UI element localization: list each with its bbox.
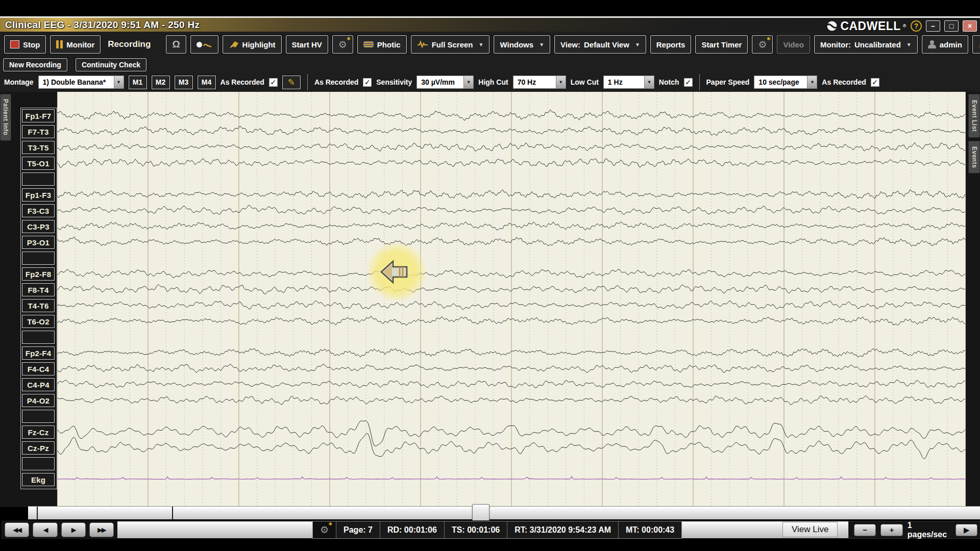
- new-recording-button[interactable]: New Recording: [3, 58, 67, 71]
- gear-icon: ⚙: [320, 525, 329, 535]
- windows-button[interactable]: Windows ▼: [494, 35, 550, 54]
- high-cut-value: 70 Hz: [513, 76, 541, 88]
- as-recorded-montage-checkbox[interactable]: ✓: [269, 78, 278, 87]
- montage-m1-button[interactable]: M1: [129, 76, 147, 89]
- status-settings-button[interactable]: ⚙: [313, 521, 336, 538]
- channel-label-f3-c3[interactable]: F3-C3: [22, 204, 55, 217]
- maximize-button[interactable]: □: [944, 20, 959, 32]
- next-page-button[interactable]: ▶: [61, 522, 86, 537]
- full-screen-button[interactable]: Full Screen ▼: [411, 35, 490, 54]
- eeg-display-area: Patient Info Fp1-F7F7-T3T3-T5T5-O1Fp1-F3…: [0, 92, 980, 507]
- channel-label-t5-o1[interactable]: T5-O1: [22, 157, 55, 170]
- previous-page-button[interactable]: ◀: [33, 522, 57, 537]
- stop-icon: [10, 40, 19, 48]
- channel-label-cz-pz[interactable]: Cz-Pz: [22, 441, 55, 455]
- montage-m4-button[interactable]: M4: [198, 76, 216, 89]
- start-hv-button[interactable]: Start HV: [286, 35, 328, 54]
- channel-label-t6-o2[interactable]: T6-O2: [22, 315, 55, 328]
- channel-label-c3-p3[interactable]: C3-P3: [22, 220, 55, 233]
- event-marker-button[interactable]: [190, 35, 218, 54]
- channel-label-fz-cz[interactable]: Fz-Cz: [22, 425, 55, 439]
- channel-label-blank[interactable]: [22, 172, 55, 186]
- channel-label-p4-o2[interactable]: P4-O2: [22, 394, 55, 407]
- events-tab[interactable]: Events: [968, 141, 980, 173]
- montage-m2-button[interactable]: M2: [152, 76, 170, 89]
- event-marker-icon: [197, 41, 212, 48]
- gear-icon: ⚙: [338, 40, 347, 49]
- continuity-check-button[interactable]: Continuity Check: [76, 58, 146, 71]
- user-button[interactable]: admin: [922, 35, 968, 54]
- channel-label-f7-t3[interactable]: F7-T3: [22, 125, 55, 138]
- impedance-omega-icon: Ω: [172, 39, 180, 50]
- video-button: Video: [777, 35, 810, 54]
- channel-label-f8-t4[interactable]: F8-T4: [22, 283, 55, 296]
- paper-speed-label: Paper Speed: [706, 78, 750, 86]
- monitor-mode-selector[interactable]: Monitor: Uncalibrated ▼: [814, 35, 918, 54]
- chevron-down-icon: ▼: [635, 42, 640, 47]
- as-recorded-montage-label: As Recorded: [220, 78, 264, 86]
- as-recorded-speed-label: As Recorded: [822, 78, 866, 86]
- channel-label-c4-p4[interactable]: C4-P4: [22, 378, 55, 391]
- event-list-tab[interactable]: Event List: [968, 94, 980, 138]
- sensitivity-select[interactable]: 30 µV/mm ▼: [416, 76, 474, 89]
- hv-settings-button[interactable]: ⚙: [332, 35, 353, 54]
- as-recorded-speed-checkbox[interactable]: ✓: [871, 78, 879, 87]
- last-page-button[interactable]: ▶▶: [89, 522, 114, 537]
- channel-label-fp2-f8[interactable]: Fp2-F8: [22, 267, 55, 281]
- montage-m3-button[interactable]: M3: [175, 76, 193, 89]
- speed-increase-button[interactable]: +: [880, 524, 902, 536]
- help-button[interactable]: ?: [911, 20, 922, 32]
- channel-label-t3-t5[interactable]: T3-T5: [22, 141, 55, 154]
- montage-edit-button[interactable]: ✎: [282, 76, 301, 89]
- highlight-button[interactable]: Highlight: [223, 35, 282, 54]
- impedance-button[interactable]: Ω: [166, 35, 186, 54]
- patient-info-tab[interactable]: Patient Info: [0, 94, 11, 141]
- channel-label-fp1-f7[interactable]: Fp1-F7: [22, 109, 55, 122]
- chevron-down-icon: ▼: [114, 76, 124, 88]
- play-button[interactable]: ▶: [955, 524, 977, 536]
- notch-checkbox[interactable]: ✓: [684, 78, 693, 87]
- channel-label-t4-t6[interactable]: T4-T6: [22, 299, 55, 312]
- highlighter-icon: [229, 40, 239, 48]
- reports-button[interactable]: Reports: [650, 35, 692, 54]
- montage-value: 1) Double Banana*: [39, 76, 110, 88]
- channel-label-blank[interactable]: [22, 457, 55, 470]
- montage-select[interactable]: 1) Double Banana* ▼: [38, 76, 124, 89]
- channel-label-blank[interactable]: [22, 252, 55, 265]
- channel-label-p3-o1[interactable]: P3-O1: [22, 236, 55, 249]
- start-timer-button[interactable]: Start Timer: [695, 35, 748, 54]
- close-button[interactable]: ×: [963, 20, 977, 32]
- sensitivity-value: 30 µV/mm: [417, 76, 459, 88]
- as-recorded-filters-checkbox[interactable]: ✓: [363, 78, 372, 87]
- timeline-slider-handle[interactable]: [472, 504, 489, 521]
- lock-button[interactable]: [972, 35, 980, 54]
- stop-button[interactable]: Stop: [4, 35, 46, 54]
- channel-label-blank[interactable]: [22, 410, 55, 423]
- reports-label: Reports: [656, 40, 685, 49]
- minimize-button[interactable]: –: [926, 20, 940, 32]
- registered-mark: ®: [903, 23, 906, 29]
- view-live-button[interactable]: View Live: [782, 522, 838, 537]
- monitor-label: Monitor: [66, 40, 94, 49]
- photic-button[interactable]: Photic: [357, 35, 407, 54]
- high-cut-select[interactable]: 70 Hz ▼: [513, 76, 566, 89]
- timeline-scrollbar[interactable]: [28, 506, 980, 519]
- paper-speed-value: 10 sec/page: [754, 76, 803, 88]
- channel-label-fp1-f3[interactable]: Fp1-F3: [22, 188, 55, 202]
- channel-label-f4-c4[interactable]: F4-C4: [22, 362, 55, 375]
- low-cut-select[interactable]: 1 Hz ▼: [603, 76, 654, 89]
- eeg-paper[interactable]: [57, 92, 966, 506]
- monitor-button[interactable]: Monitor: [50, 35, 101, 54]
- first-page-button[interactable]: ◀◀: [5, 522, 29, 537]
- speed-decrease-button[interactable]: −: [854, 524, 876, 536]
- timer-settings-button[interactable]: ⚙: [752, 35, 773, 54]
- channel-label-ekg[interactable]: Ekg: [22, 473, 55, 486]
- channel-label-fp2-f4[interactable]: Fp2-F4: [22, 346, 55, 360]
- bar-divider: [699, 74, 700, 90]
- user-name: admin: [940, 40, 962, 49]
- as-recorded-filters-label: As Recorded: [314, 78, 358, 86]
- start-timer-label: Start Timer: [701, 40, 742, 49]
- paper-speed-select[interactable]: 10 sec/page ▼: [754, 76, 817, 89]
- view-selector[interactable]: View: Default View ▼: [554, 35, 646, 54]
- channel-label-blank[interactable]: [22, 331, 55, 344]
